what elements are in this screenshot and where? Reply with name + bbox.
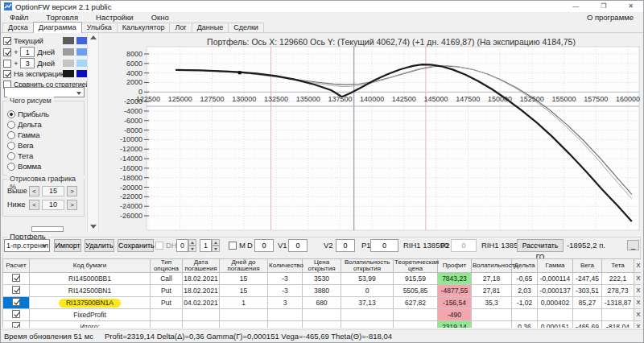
save-button[interactable]: Сохранить xyxy=(118,239,154,252)
minimize-icon[interactable]: — xyxy=(572,1,579,12)
layer-checkbox[interactable] xyxy=(3,37,11,45)
row-delete-button[interactable]: X xyxy=(634,297,642,309)
row-delete-button[interactable]: X xyxy=(634,309,642,321)
sidebar-scrollbar[interactable] xyxy=(87,33,98,232)
tab-item[interactable]: Калькулятор xyxy=(117,23,171,32)
v1-input[interactable] xyxy=(288,239,308,252)
decrement-button[interactable]: < xyxy=(29,186,39,196)
statusbar: Время обновления 51 мс Profit=2319,14 De… xyxy=(1,329,643,342)
increment-button[interactable]: > xyxy=(67,200,77,210)
maximize-icon[interactable]: ❐ xyxy=(601,1,606,12)
spin-up-icon[interactable] xyxy=(188,239,196,246)
tab-active[interactable]: Диаграмма xyxy=(33,22,82,33)
radio-button[interactable] xyxy=(7,121,15,129)
layer-checkbox[interactable] xyxy=(3,70,11,78)
security-code-cell: RI145000BB1 xyxy=(30,273,151,285)
menu-item[interactable]: Окно xyxy=(142,12,178,23)
color-swatch[interactable] xyxy=(63,60,74,67)
y-tick-label: -4000 xyxy=(124,107,142,115)
color-swatch[interactable] xyxy=(63,37,74,44)
plus-label: + xyxy=(14,48,18,56)
p2-input[interactable] xyxy=(451,239,477,252)
collapse-button[interactable]: _ xyxy=(627,240,639,250)
gamma-cell xyxy=(538,309,573,321)
table-header-cell: Дней до погашения xyxy=(220,259,268,273)
row-checkbox[interactable] xyxy=(12,322,20,328)
tab-item[interactable]: Данные xyxy=(192,23,229,32)
close-icon[interactable]: ✕ xyxy=(628,1,634,12)
days-input[interactable] xyxy=(20,47,35,57)
color-swatch[interactable] xyxy=(63,70,74,77)
spinner-2[interactable]: 1 xyxy=(200,239,220,252)
tab-item[interactable]: Улыбка xyxy=(81,23,118,32)
spin-up-icon[interactable] xyxy=(212,239,220,246)
spin-down-icon[interactable] xyxy=(188,246,196,252)
v2-input[interactable] xyxy=(336,239,355,252)
radio-label: Прибыль xyxy=(18,110,49,118)
portfolio-panel: Портфель 1-пр.стренгл Импорт Удалить Сох… xyxy=(1,232,643,329)
plot-background xyxy=(147,47,639,230)
y-tick-label: -6000 xyxy=(124,117,142,125)
open_price-cell: 3530 xyxy=(303,273,341,285)
radio-button[interactable] xyxy=(7,163,15,171)
y-tick-label: -10000 xyxy=(120,135,142,143)
scroll-up-icon[interactable] xyxy=(90,35,97,39)
radio-button[interactable] xyxy=(7,152,15,160)
days-cell xyxy=(220,321,268,329)
dh-checkbox[interactable] xyxy=(155,242,163,250)
tab-item[interactable]: Доска xyxy=(2,23,34,32)
row-delete-button[interactable]: X xyxy=(634,285,642,297)
layer-checkbox[interactable] xyxy=(3,60,11,68)
menu-item-about[interactable]: О программе xyxy=(577,12,643,23)
days-input[interactable] xyxy=(20,58,35,68)
delete-button[interactable]: Удалить xyxy=(85,239,114,252)
color-swatch[interactable] xyxy=(63,48,74,56)
row-delete-button[interactable]: X xyxy=(634,273,642,285)
row-checkbox[interactable] xyxy=(12,286,20,294)
calc-margin-button[interactable]: Рассчитать ГО xyxy=(517,239,564,252)
scroll-down-icon[interactable] xyxy=(90,225,97,229)
y-tick-label: 8000 xyxy=(126,50,142,58)
spinner-1-arrows[interactable] xyxy=(188,239,196,252)
row-calc-cell[interactable] xyxy=(3,309,30,321)
window-title: OptionFW версия 2.1 public xyxy=(15,2,111,11)
row-checkbox[interactable] xyxy=(12,298,20,306)
menu-item[interactable]: Файл xyxy=(1,12,37,23)
spin-down-icon[interactable] xyxy=(212,246,220,252)
radio-button[interactable] xyxy=(7,142,15,150)
menu-item[interactable]: Настройки xyxy=(87,12,142,23)
row-calc-cell[interactable] xyxy=(3,273,30,285)
tab-item[interactable]: Лог xyxy=(169,23,192,32)
p1-input[interactable] xyxy=(370,239,398,252)
radio-button[interactable] xyxy=(7,131,15,139)
tab-item[interactable]: Сделки xyxy=(228,23,264,32)
d-input[interactable] xyxy=(254,239,274,252)
color-swatch[interactable] xyxy=(76,70,88,77)
row-calc-cell[interactable] xyxy=(3,297,30,309)
increment-button[interactable]: > xyxy=(67,186,77,196)
days-cell: 15 xyxy=(220,273,268,285)
security-code-cell: Итого: xyxy=(30,321,151,329)
x-tick-label: 122500 xyxy=(136,95,160,103)
x-tick-label: 130000 xyxy=(232,95,256,103)
layer-label: Текущий xyxy=(14,36,43,45)
decrement-button[interactable]: < xyxy=(29,200,39,210)
radio-button[interactable] xyxy=(7,110,15,118)
color-swatch[interactable] xyxy=(76,60,88,67)
row-calc-cell[interactable] xyxy=(3,321,30,329)
preset-select[interactable]: 1-пр.стренгл xyxy=(4,239,50,252)
row-delete-button[interactable]: X xyxy=(634,321,642,329)
color-swatch[interactable] xyxy=(76,48,88,56)
spinner-1[interactable]: 0 xyxy=(176,239,196,252)
row-calc-cell[interactable] xyxy=(3,285,30,297)
m-toggle: М xyxy=(229,239,246,252)
row-checkbox[interactable] xyxy=(12,310,20,318)
row-checkbox[interactable] xyxy=(12,274,20,282)
layer-label: На экспирацию xyxy=(14,69,66,78)
import-button[interactable]: Импорт xyxy=(54,239,81,252)
spinner-2-arrows[interactable] xyxy=(212,239,220,252)
layer-checkbox[interactable] xyxy=(3,48,11,56)
m-checkbox[interactable] xyxy=(229,242,237,250)
color-swatch[interactable] xyxy=(76,37,88,44)
menu-items: ФайлТорговляНастройкиОкно xyxy=(1,12,178,23)
